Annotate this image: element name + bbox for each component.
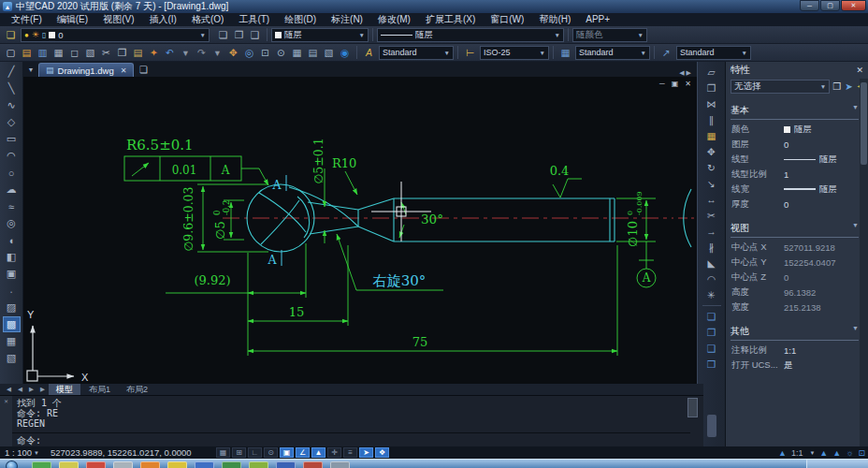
- preview-icon[interactable]: ◻: [66, 45, 82, 60]
- chevron-down-icon[interactable]: ▼: [197, 32, 206, 38]
- chevron-down-icon[interactable]: ▼: [552, 32, 560, 38]
- chevron-down-icon[interactable]: ▼: [852, 325, 859, 338]
- new-drawing-tab-icon[interactable]: ❏: [134, 63, 152, 77]
- polar-toggle[interactable]: ⊙: [264, 447, 278, 458]
- draw-order-above-icon[interactable]: ❑: [702, 341, 721, 356]
- tab-close-icon[interactable]: ✕: [121, 66, 127, 75]
- maximize-button[interactable]: ▢: [820, 0, 840, 11]
- dyn-toggle[interactable]: ✛: [327, 447, 341, 458]
- chevron-down-icon[interactable]: ▼: [638, 50, 646, 56]
- circle-icon[interactable]: ○: [3, 165, 21, 181]
- prop-row-center-x[interactable]: 中心点 X 527011.9218: [726, 240, 859, 255]
- array-icon[interactable]: ▦: [702, 128, 721, 143]
- arc-icon[interactable]: ◠: [3, 148, 21, 164]
- tab-prev-icon[interactable]: ◀: [15, 386, 25, 393]
- draw-order-below-icon[interactable]: ❒: [702, 357, 721, 372]
- annotation-visibility-icon[interactable]: ▲: [819, 448, 828, 458]
- tool-palettes-icon[interactable]: ▤: [305, 45, 321, 60]
- close-button[interactable]: ✕: [841, 0, 866, 11]
- command-scrollbar[interactable]: [687, 398, 698, 417]
- help-icon[interactable]: ◉: [337, 45, 353, 60]
- prop-row-width[interactable]: 宽度 215.2138: [726, 300, 859, 314]
- draw-order-back-icon[interactable]: ❐: [702, 325, 721, 340]
- doc-minimize-icon[interactable]: ─: [659, 80, 665, 88]
- fillet-icon[interactable]: ◠: [702, 271, 721, 286]
- ducs-toggle[interactable]: ▲: [311, 447, 326, 458]
- osnap-toggle[interactable]: ▣: [280, 447, 294, 458]
- taskbar-app-icon[interactable]: [140, 461, 160, 468]
- scale-icon[interactable]: ↘: [702, 176, 721, 191]
- break-icon[interactable]: ∦: [702, 240, 721, 255]
- chevron-down-icon[interactable]: ▼: [441, 50, 450, 56]
- menu-insert[interactable]: 插入(I): [141, 13, 183, 26]
- tab-last-icon[interactable]: ▶: [37, 386, 48, 393]
- plot-icon[interactable]: ▦: [51, 45, 66, 60]
- prop-row-thickness[interactable]: 厚度 0: [726, 197, 859, 212]
- rectangle-icon[interactable]: ▭: [3, 131, 21, 147]
- menu-help[interactable]: 帮助(H): [531, 13, 578, 26]
- prop-row-height[interactable]: 高度 96.1382: [726, 285, 859, 300]
- match-properties-icon[interactable]: ✦: [146, 45, 162, 60]
- prop-row-color[interactable]: 颜色 随层: [726, 122, 859, 137]
- line-icon[interactable]: ╱: [3, 64, 21, 80]
- ortho-toggle[interactable]: ∟: [248, 447, 262, 458]
- construction-line-icon[interactable]: ╲: [3, 80, 21, 96]
- menu-view[interactable]: 视图(V): [95, 13, 141, 26]
- draw-order-front-icon[interactable]: ❏: [702, 309, 721, 324]
- point-icon[interactable]: ∙: [3, 283, 21, 299]
- selection-filter-combo[interactable]: 无选择 ▼: [731, 80, 830, 94]
- chevron-down-icon[interactable]: ▼: [635, 32, 644, 38]
- new-icon[interactable]: ▢: [3, 45, 19, 60]
- properties-close-icon[interactable]: ✕: [856, 66, 863, 75]
- open-icon[interactable]: ▤: [19, 45, 35, 60]
- rotate-icon[interactable]: ↻: [702, 160, 721, 175]
- ellipse-arc-icon[interactable]: ◖: [3, 232, 21, 248]
- undo-list-icon[interactable]: ▾: [178, 45, 194, 60]
- redo-icon[interactable]: ↷: [194, 45, 210, 60]
- extend-icon[interactable]: →: [702, 224, 721, 239]
- prop-row-ucs-on[interactable]: 打开 UCS... 是: [726, 358, 859, 373]
- prop-row-linetype[interactable]: 线型 随层: [726, 152, 859, 167]
- annotation-scale-value[interactable]: 1:1: [791, 448, 803, 458]
- doc-close-icon[interactable]: ✕: [685, 80, 691, 88]
- menu-tools[interactable]: 工具(T): [231, 13, 277, 26]
- toolbar-scroll-handle[interactable]: [707, 415, 716, 437]
- redo-list-icon[interactable]: ▾: [210, 45, 225, 60]
- offset-icon[interactable]: ∥: [702, 112, 721, 127]
- chevron-down-icon[interactable]: ▼: [820, 83, 826, 90]
- design-center-icon[interactable]: ▦: [289, 45, 305, 60]
- section-view[interactable]: 视图 ▼: [731, 222, 859, 238]
- chevron-down-icon[interactable]: ▼: [356, 32, 365, 38]
- table-icon[interactable]: ▦: [3, 333, 21, 349]
- ellipse-icon[interactable]: ◎: [3, 215, 21, 231]
- chevron-down-icon[interactable]: ▼: [809, 450, 815, 456]
- section-other[interactable]: 其他 ▼: [731, 325, 859, 341]
- publish-icon[interactable]: ▧: [82, 45, 98, 60]
- chevron-down-icon[interactable]: ▼: [852, 104, 859, 117]
- zoom-window-icon[interactable]: ⊡: [257, 45, 273, 60]
- prop-row-layer[interactable]: 图层 0: [726, 137, 859, 152]
- layer-states-icon[interactable]: ❐: [231, 27, 247, 42]
- menu-window[interactable]: 窗口(W): [483, 13, 531, 26]
- polyline-icon[interactable]: ∿: [3, 97, 21, 113]
- insert-block-icon[interactable]: ◧: [3, 249, 21, 265]
- quick-properties-toggle[interactable]: ➤: [359, 447, 373, 458]
- menu-file[interactable]: 文件(F): [4, 13, 50, 26]
- hatch-icon[interactable]: ▨: [3, 300, 21, 315]
- zoom-previous-icon[interactable]: ⊙: [273, 45, 289, 60]
- trim-icon[interactable]: ✂: [702, 208, 721, 223]
- chevron-down-icon[interactable]: ▼: [739, 50, 747, 56]
- menu-dimension[interactable]: 标注(N): [324, 13, 370, 26]
- taskbar-app-icon[interactable]: [303, 461, 323, 468]
- dim-style-combo[interactable]: ISO-25 ▼: [480, 46, 549, 60]
- chevron-down-icon[interactable]: ▼: [34, 450, 39, 456]
- lineweight-combo[interactable]: 随颜色 ▼: [572, 28, 647, 42]
- viewport-scale[interactable]: 1 : 100: [5, 447, 32, 458]
- grid-toggle[interactable]: ▦: [216, 447, 230, 458]
- drawing-canvas[interactable]: R6.5±0.1 0.01 A ∅9.6±0.03 ∅5 0 -0.2 ∅5±0…: [23, 77, 697, 384]
- taskbar-app-icon[interactable]: [222, 461, 241, 468]
- mirror-icon[interactable]: ⋈: [702, 96, 721, 111]
- move-icon[interactable]: ✥: [702, 144, 721, 159]
- menu-draw[interactable]: 绘图(D): [277, 13, 324, 26]
- cycle-select-toggle[interactable]: ❖: [375, 447, 389, 458]
